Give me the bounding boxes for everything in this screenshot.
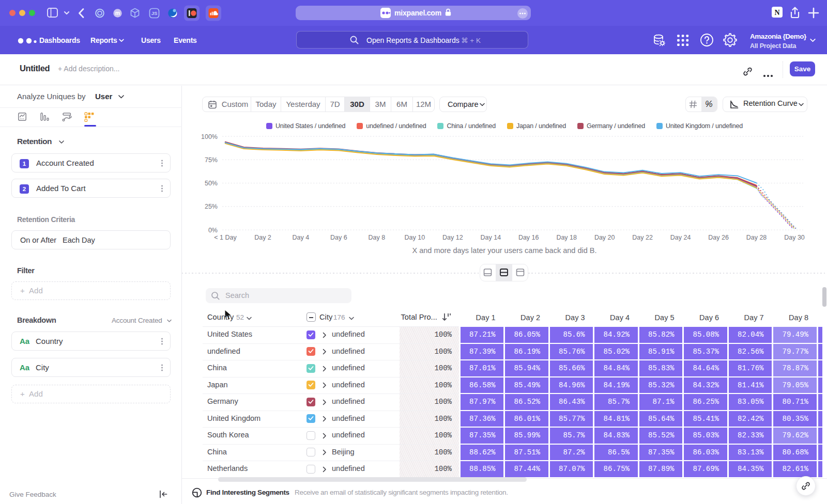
svg-text:Day 4: Day 4 xyxy=(293,234,310,241)
svg-text:Day 10: Day 10 xyxy=(404,234,425,241)
svg-text:Day 20: Day 20 xyxy=(594,234,615,241)
svg-text:Day 26: Day 26 xyxy=(708,234,729,241)
svg-text:Day 16: Day 16 xyxy=(518,234,539,241)
svg-text:Day 28: Day 28 xyxy=(746,234,767,241)
svg-text:Day 14: Day 14 xyxy=(480,234,501,241)
svg-text:Day 30: Day 30 xyxy=(784,234,805,241)
svg-text:100%: 100% xyxy=(201,133,218,140)
svg-text:Day 24: Day 24 xyxy=(670,234,691,241)
svg-text:Day 22: Day 22 xyxy=(632,234,653,241)
svg-text:75%: 75% xyxy=(205,156,218,164)
svg-text:Day 6: Day 6 xyxy=(330,234,347,241)
svg-text:Day 2: Day 2 xyxy=(254,234,271,241)
svg-text:50%: 50% xyxy=(205,180,218,187)
svg-text:N: N xyxy=(774,9,779,17)
svg-text:25%: 25% xyxy=(205,203,218,210)
svg-text:0%: 0% xyxy=(208,227,218,234)
svg-text:Day 18: Day 18 xyxy=(556,234,577,241)
svg-text:m: m xyxy=(115,10,120,16)
svg-text:JS: JS xyxy=(151,10,158,16)
svg-text:Day 8: Day 8 xyxy=(369,234,386,241)
svg-text:Day 12: Day 12 xyxy=(442,234,463,241)
svg-text:< 1 Day: < 1 Day xyxy=(214,234,237,241)
